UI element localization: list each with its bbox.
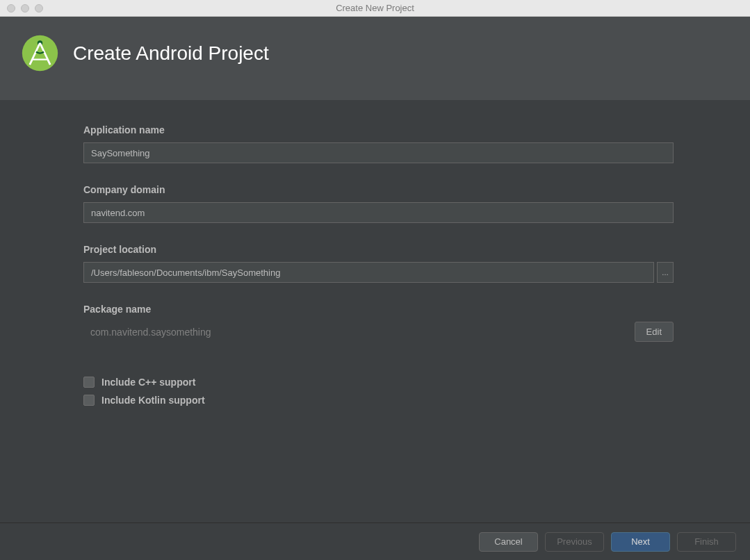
titlebar: Create New Project: [0, 0, 750, 17]
project-location-input[interactable]: [83, 262, 654, 283]
maximize-window-icon[interactable]: [35, 4, 43, 13]
kotlin-support-checkbox[interactable]: [83, 395, 95, 406]
cpp-support-label: Include C++ support: [101, 377, 195, 388]
android-studio-logo-icon: [21, 34, 59, 72]
package-name-label: Package name: [83, 304, 674, 315]
kotlin-support-label: Include Kotlin support: [101, 395, 205, 406]
window-title: Create New Project: [336, 3, 414, 13]
cpp-support-row: Include C++ support: [83, 377, 674, 388]
company-domain-input[interactable]: [83, 202, 674, 223]
application-name-label: Application name: [83, 124, 674, 135]
form-content: Application name Company domain Project …: [0, 100, 750, 522]
page-title: Create Android Project: [73, 42, 269, 65]
application-name-group: Application name: [83, 124, 674, 163]
company-domain-label: Company domain: [83, 184, 674, 195]
edit-package-button[interactable]: Edit: [635, 322, 674, 342]
wizard-footer: Cancel Previous Next Finish: [0, 522, 750, 560]
cancel-button[interactable]: Cancel: [479, 532, 538, 552]
finish-button: Finish: [677, 532, 736, 552]
previous-button: Previous: [545, 532, 604, 552]
project-location-label: Project location: [83, 244, 674, 255]
kotlin-support-row: Include Kotlin support: [83, 395, 674, 406]
company-domain-group: Company domain: [83, 184, 674, 223]
next-button[interactable]: Next: [611, 532, 670, 552]
close-window-icon[interactable]: [7, 4, 15, 13]
browse-location-button[interactable]: …: [657, 262, 674, 283]
wizard-header: Create Android Project: [0, 17, 750, 100]
application-name-input[interactable]: [83, 142, 674, 163]
project-location-group: Project location …: [83, 244, 674, 283]
cpp-support-checkbox[interactable]: [83, 377, 95, 388]
window-controls: [0, 4, 43, 13]
minimize-window-icon[interactable]: [21, 4, 29, 13]
package-name-value: com.navitend.saysomething: [83, 327, 211, 338]
options-group: Include C++ support Include Kotlin suppo…: [83, 377, 674, 406]
package-name-group: Package name com.navitend.saysomething E…: [83, 304, 674, 342]
